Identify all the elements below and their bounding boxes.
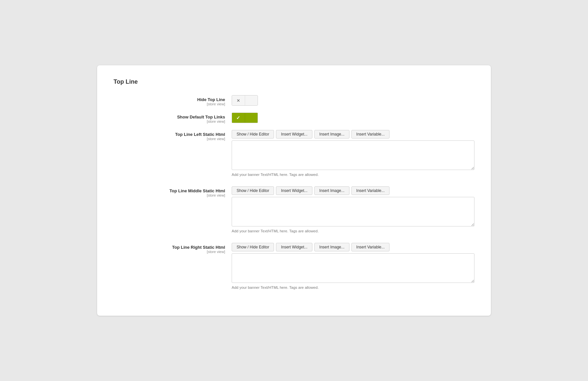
hide-top-line-label: Hide Top Line [store view]	[114, 95, 232, 106]
hide-top-line-toggle[interactable]: ✕	[232, 95, 258, 106]
top-line-middle-show-hide-editor-button[interactable]: Show / Hide Editor	[232, 186, 274, 195]
hide-top-line-row: Hide Top Line [store view] ✕	[114, 95, 474, 106]
top-line-middle-hint: Add your banner Text/HTML here. Tags are…	[232, 229, 474, 233]
toggle-x-icon: ✕	[232, 95, 245, 105]
top-line-right-label: Top Line Right Static Html [store view]	[114, 243, 232, 254]
top-line-right-textarea[interactable]	[232, 253, 474, 283]
top-line-middle-row: Top Line Middle Static Html [store view]…	[114, 186, 474, 233]
show-default-top-links-row: Show Default Top Links [store view] ✓	[114, 113, 474, 123]
top-line-middle-buttons: Show / Hide Editor Insert Widget... Inse…	[232, 186, 474, 195]
top-line-right-hint: Add your banner Text/HTML here. Tags are…	[232, 286, 474, 289]
top-line-right-buttons: Show / Hide Editor Insert Widget... Inse…	[232, 243, 474, 251]
top-line-middle-label: Top Line Middle Static Html [store view]	[114, 186, 232, 197]
top-line-left-insert-image-button[interactable]: Insert Image...	[314, 130, 349, 138]
toggle-green	[245, 113, 258, 123]
section-title: Top Line	[114, 78, 474, 85]
top-line-middle-insert-image-button[interactable]: Insert Image...	[314, 186, 349, 195]
top-line-middle-insert-variable-button[interactable]: Insert Variable...	[351, 186, 389, 195]
top-line-right-row: Top Line Right Static Html [store view] …	[114, 243, 474, 289]
top-line-middle-insert-widget-button[interactable]: Insert Widget...	[276, 186, 312, 195]
top-line-right-insert-widget-button[interactable]: Insert Widget...	[276, 243, 312, 251]
top-line-right-control: Show / Hide Editor Insert Widget... Inse…	[232, 243, 474, 289]
top-line-left-hint: Add your banner Text/HTML here. Tags are…	[232, 173, 474, 177]
top-line-left-buttons: Show / Hide Editor Insert Widget... Inse…	[232, 130, 474, 138]
top-line-right-insert-variable-button[interactable]: Insert Variable...	[351, 243, 389, 251]
top-line-left-row: Top Line Left Static Html [store view] S…	[114, 130, 474, 177]
hide-top-line-control: ✕	[232, 95, 474, 106]
show-default-toggle[interactable]: ✓	[232, 113, 258, 123]
top-line-middle-textarea[interactable]	[232, 197, 474, 226]
top-line-right-show-hide-editor-button[interactable]: Show / Hide Editor	[232, 243, 274, 251]
top-line-right-insert-image-button[interactable]: Insert Image...	[314, 243, 349, 251]
top-line-left-textarea[interactable]	[232, 140, 474, 170]
main-card: Top Line Hide Top Line [store view] ✕ Sh…	[97, 65, 491, 316]
toggle-check-icon: ✓	[232, 113, 245, 123]
top-line-left-control: Show / Hide Editor Insert Widget... Inse…	[232, 130, 474, 177]
toggle-empty	[245, 95, 258, 105]
show-default-top-links-label: Show Default Top Links [store view]	[114, 113, 232, 123]
top-line-left-label: Top Line Left Static Html [store view]	[114, 130, 232, 141]
show-default-top-links-control: ✓	[232, 113, 474, 123]
top-line-left-insert-variable-button[interactable]: Insert Variable...	[351, 130, 389, 138]
top-line-left-show-hide-editor-button[interactable]: Show / Hide Editor	[232, 130, 274, 138]
top-line-left-insert-widget-button[interactable]: Insert Widget...	[276, 130, 312, 138]
top-line-middle-control: Show / Hide Editor Insert Widget... Inse…	[232, 186, 474, 233]
